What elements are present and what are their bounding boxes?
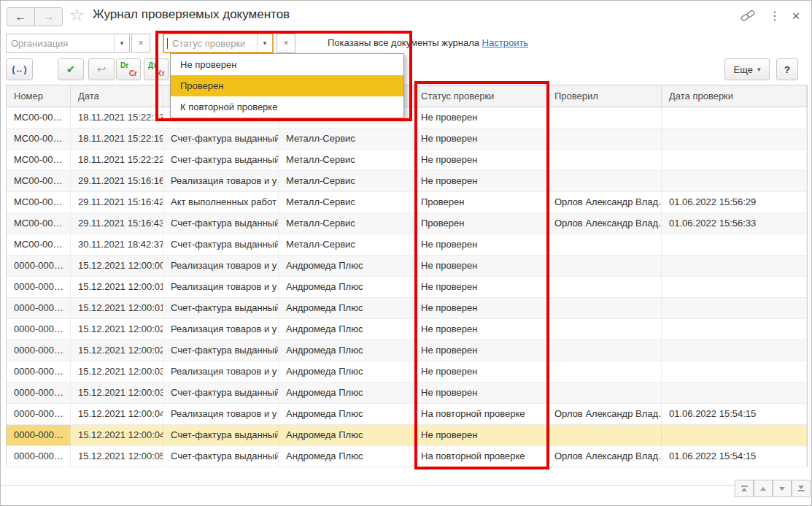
cell-status[interactable]: Проверен xyxy=(414,213,547,234)
cell-doc[interactable]: Счет-фактура выданный xyxy=(163,383,279,403)
column-header-date[interactable]: Дата↓ xyxy=(71,85,163,107)
table-row[interactable]: 0000-000…15.12.2021 12:00:04Счет-фактура… xyxy=(7,425,807,446)
cell-status[interactable]: Не проверен xyxy=(414,129,547,149)
cell-date[interactable]: 15.12.2021 12:00:00 xyxy=(71,256,163,276)
cell-org[interactable]: Андромеда Плюс xyxy=(279,340,414,361)
return-to-check-button[interactable]: ↩ xyxy=(88,58,115,80)
column-header-at[interactable]: Дата проверки xyxy=(662,85,807,107)
cell-by[interactable] xyxy=(547,150,662,170)
cell-date[interactable]: 15.12.2021 12:00:04 xyxy=(71,425,163,445)
cell-num[interactable]: 0000-000… xyxy=(7,383,71,403)
dropdown-option[interactable]: К повторной проверке xyxy=(171,96,403,118)
cell-num[interactable]: 0000-000… xyxy=(7,340,71,361)
help-button[interactable]: ? xyxy=(776,58,798,80)
set-period-button[interactable]: (↔) xyxy=(6,58,33,80)
cell-doc[interactable]: Счет-фактура выданный xyxy=(163,234,279,255)
back-button[interactable]: ← xyxy=(7,8,34,26)
cell-num[interactable]: 0000-000… xyxy=(7,361,71,382)
cell-at[interactable] xyxy=(662,383,807,403)
favorite-star-icon[interactable]: ☆ xyxy=(69,5,85,25)
table-row[interactable]: 0000-000…15.12.2021 12:00:03Счет-фактура… xyxy=(7,383,807,404)
cell-org[interactable]: Металл-Сервис xyxy=(279,129,414,149)
cell-by[interactable] xyxy=(547,298,662,318)
cell-doc[interactable]: Счет-фактура выданный xyxy=(163,213,279,234)
cell-status[interactable]: Не проверен xyxy=(414,277,547,297)
cell-status[interactable]: Не проверен xyxy=(414,425,547,445)
table-row[interactable]: МС00-00…29.11.2021 15:16:16Реализация то… xyxy=(7,171,807,192)
cell-at[interactable] xyxy=(662,129,807,149)
cell-status[interactable]: На повторной проверке xyxy=(414,446,547,467)
forward-button[interactable]: → xyxy=(34,8,62,26)
cell-by[interactable] xyxy=(547,361,662,382)
cell-org[interactable]: Андромеда Плюс xyxy=(279,277,414,297)
cell-num[interactable]: 0000-000… xyxy=(7,425,71,445)
cell-by[interactable] xyxy=(547,319,662,340)
status-clear-button[interactable]: × xyxy=(277,34,295,53)
cell-org[interactable]: Металл-Сервис xyxy=(279,150,414,170)
cell-status[interactable]: Не проверен xyxy=(414,319,547,340)
table-row[interactable]: МС00-00…18.11.2021 15:22:22Счет-фактура … xyxy=(7,150,807,171)
cell-org[interactable]: Андромеда Плюс xyxy=(279,256,414,276)
cell-by[interactable]: Орлов Александр Влад… xyxy=(547,404,662,424)
cell-doc[interactable]: Акт выполненных работ xyxy=(163,192,279,212)
cell-by[interactable] xyxy=(547,107,662,128)
more-menu-icon[interactable]: ⋮ xyxy=(766,9,784,25)
more-actions-button[interactable]: Еще ▾ xyxy=(724,58,770,80)
show-postings-dtkt-button[interactable]: Дт Кт xyxy=(144,58,169,80)
cell-doc[interactable]: Реализация товаров и у… xyxy=(163,171,279,191)
cell-at[interactable] xyxy=(662,234,807,255)
cell-date[interactable]: 29.11.2021 15:16:43 xyxy=(71,213,163,234)
cell-date[interactable]: 15.12.2021 12:00:04 xyxy=(71,404,163,424)
cell-doc[interactable]: Реализация товаров и у… xyxy=(163,404,279,424)
table-row[interactable]: 0000-000…15.12.2021 12:00:01Счет-фактура… xyxy=(7,298,807,319)
go-first-row-button[interactable] xyxy=(735,480,754,497)
cell-org[interactable]: Андромеда Плюс xyxy=(279,298,414,318)
mark-checked-button[interactable]: ✔ xyxy=(58,58,84,80)
cell-at[interactable] xyxy=(662,107,807,128)
cell-date[interactable]: 15.12.2021 12:00:01 xyxy=(71,277,163,297)
cell-doc[interactable]: Счет-фактура выданный xyxy=(163,150,279,170)
cell-doc[interactable]: Счет-фактура выданный xyxy=(163,298,279,318)
table-row[interactable]: МС00-00…29.11.2021 15:16:43Счет-фактура … xyxy=(7,213,807,234)
cell-at[interactable] xyxy=(662,319,807,340)
cell-status[interactable]: Не проверен xyxy=(414,107,547,128)
cell-date[interactable]: 15.12.2021 12:00:05 xyxy=(71,446,163,467)
cell-date[interactable]: 15.12.2021 12:00:03 xyxy=(71,361,163,382)
row-down-button[interactable] xyxy=(773,480,792,497)
cell-date[interactable]: 15.12.2021 12:00:02 xyxy=(71,319,163,340)
chevron-down-icon[interactable]: ▾ xyxy=(257,34,272,52)
cell-num[interactable]: МС00-00… xyxy=(7,150,71,170)
cell-org[interactable]: Андромеда Плюс xyxy=(279,383,414,403)
cell-status[interactable]: Не проверен xyxy=(414,234,547,255)
column-header-by[interactable]: Проверил xyxy=(547,85,662,107)
cell-at[interactable]: 01.06.2022 15:54:15 xyxy=(662,446,807,467)
cell-at[interactable]: 01.06.2022 15:54:15 xyxy=(662,404,807,424)
dropdown-option[interactable]: Не проверен xyxy=(171,54,403,75)
cell-date[interactable]: 15.12.2021 12:00:01 xyxy=(71,298,163,318)
cell-at[interactable] xyxy=(662,298,807,318)
dropdown-option[interactable]: Проверен xyxy=(171,75,403,96)
cell-at[interactable] xyxy=(662,150,807,170)
cell-status[interactable]: Не проверен xyxy=(414,340,547,361)
cell-num[interactable]: 0000-000… xyxy=(7,277,71,297)
cell-status[interactable]: Не проверен xyxy=(414,383,547,403)
close-icon[interactable]: × xyxy=(787,9,805,25)
cell-date[interactable]: 18.11.2021 15:22:13 xyxy=(71,107,163,128)
cell-num[interactable]: 0000-000… xyxy=(7,298,71,318)
cell-by[interactable]: Орлов Александр Влад… xyxy=(547,213,662,234)
cell-at[interactable] xyxy=(662,340,807,361)
column-header-status[interactable]: Статус проверки xyxy=(414,85,547,107)
table-row[interactable]: МС00-00…18.11.2021 15:22:19Счет-фактура … xyxy=(7,129,807,150)
table-row[interactable]: МС00-00…29.11.2021 15:16:42Акт выполненн… xyxy=(7,192,807,213)
cell-status[interactable]: Не проверен xyxy=(414,361,547,382)
cell-doc[interactable]: Реализация товаров и у… xyxy=(163,277,279,297)
cell-status[interactable]: Не проверен xyxy=(414,150,547,170)
table-row[interactable]: 0000-000…15.12.2021 12:00:00Реализация т… xyxy=(7,256,807,277)
table-row[interactable]: 0000-000…15.12.2021 12:00:03Реализация т… xyxy=(7,361,807,383)
cell-date[interactable]: 18.11.2021 15:22:19 xyxy=(71,129,163,149)
cell-doc[interactable]: Реализация товаров и у… xyxy=(163,256,279,276)
cell-org[interactable]: Металл-Сервис xyxy=(279,192,414,212)
cell-num[interactable]: 0000-000… xyxy=(7,446,71,467)
cell-at[interactable] xyxy=(662,256,807,276)
cell-date[interactable]: 18.11.2021 15:22:22 xyxy=(71,150,163,170)
